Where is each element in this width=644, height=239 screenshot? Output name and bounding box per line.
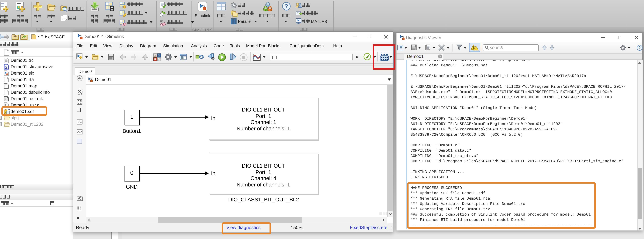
- svg-text:a: a: [5, 98, 7, 101]
- svg-text:c: c: [5, 65, 7, 68]
- svg-text:?: ?: [638, 46, 640, 50]
- svg-text:!: !: [475, 47, 476, 51]
- svg-text:?: ?: [284, 4, 288, 10]
